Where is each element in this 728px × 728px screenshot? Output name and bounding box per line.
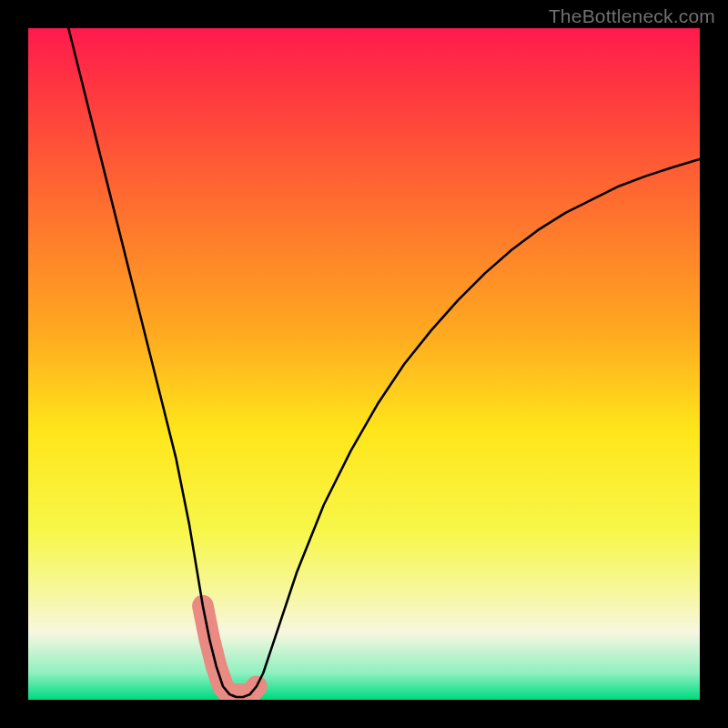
outer-black-frame: TheBottleneck.com [0, 0, 728, 728]
plot-area [28, 28, 700, 700]
bottleneck-curve [68, 28, 700, 697]
chart-svg [28, 28, 700, 700]
optimal-range-band [203, 606, 257, 694]
watermark-text: TheBottleneck.com [549, 5, 715, 27]
